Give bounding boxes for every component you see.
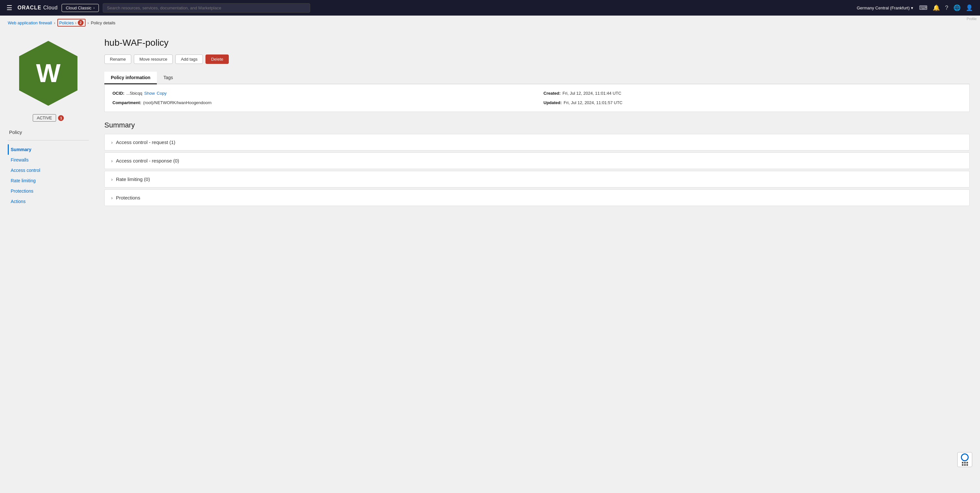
profile-button[interactable]: 👤 xyxy=(964,3,975,13)
nav-right-controls: Germany Central (Frankfurt) ▾ ⌨ 🔔 ? 🌐 👤 xyxy=(854,3,975,13)
status-active-badge: ACTIVE xyxy=(33,114,56,121)
accordion-header-protections[interactable]: › Protections xyxy=(105,190,969,206)
sidebar-item-protections[interactable]: Protections xyxy=(8,186,89,196)
code-icon-button[interactable]: ⌨ xyxy=(917,3,929,13)
search-input[interactable] xyxy=(107,5,306,10)
accordion-access-control-response: › Access control - response (0) xyxy=(104,152,970,169)
add-tags-button[interactable]: Add tags xyxy=(175,54,203,64)
ocid-copy-link[interactable]: Copy xyxy=(157,91,167,96)
profile-label: Profile xyxy=(967,17,977,21)
accordion-title-access-control-response: Access control - response (0) xyxy=(116,158,179,163)
waf-hexagon: W xyxy=(13,38,84,109)
accordion-protections: › Protections xyxy=(104,190,970,206)
updated-value: Fri, Jul 12, 2024, 11:01:57 UTC xyxy=(563,100,622,105)
sidebar-item-actions[interactable]: Actions xyxy=(8,196,89,207)
accordion-title-protections: Protections xyxy=(116,195,140,201)
sidebar-item-access-control[interactable]: Access control xyxy=(8,165,89,176)
updated-row: Updated: Fri, Jul 12, 2024, 11:01:57 UTC xyxy=(544,100,961,105)
help-button[interactable]: ? xyxy=(943,3,950,13)
oracle-text: ORACLE xyxy=(18,5,41,11)
breadcrumb-waf-link[interactable]: Web application firewall xyxy=(8,21,52,25)
breadcrumb-sep-2: › xyxy=(88,21,89,25)
sidebar-nav: Summary Firewalls Access control Rate li… xyxy=(8,144,89,207)
breadcrumb-policies-link[interactable]: Policies xyxy=(59,21,74,25)
policies-badge: 2 xyxy=(78,20,84,26)
info-grid: OCID: ...5bicqq Show Copy Created: Fri, … xyxy=(113,91,961,105)
waf-letter: W xyxy=(36,60,60,86)
rename-button[interactable]: Rename xyxy=(104,54,131,64)
top-navigation: ☰ ORACLE Cloud Cloud Classic › Germany C… xyxy=(0,0,980,16)
accordion-header-rate-limiting[interactable]: › Rate limiting (0) xyxy=(105,171,969,187)
chevron-right-icon: › xyxy=(93,6,95,10)
policies-breadcrumb-box[interactable]: Policies › 2 xyxy=(57,19,86,27)
sidebar-item-firewalls[interactable]: Firewalls xyxy=(8,155,89,165)
search-bar[interactable] xyxy=(103,3,310,13)
compartment-label: Compartment: xyxy=(113,100,141,105)
sidebar-item-summary[interactable]: Summary xyxy=(8,144,89,155)
summary-section-title: Summary xyxy=(104,121,970,129)
delete-button[interactable]: Delete xyxy=(205,54,229,64)
status-badge-number: 1 xyxy=(58,115,64,121)
accordion-header-access-control-response[interactable]: › Access control - response (0) xyxy=(105,153,969,169)
ocid-row: OCID: ...5bicqq Show Copy xyxy=(113,91,530,96)
page-title: hub-WAF-policy xyxy=(104,38,970,48)
tabs-row: Policy information Tags xyxy=(104,72,970,85)
ocid-label: OCID: xyxy=(113,91,124,96)
cloud-text: Cloud xyxy=(43,5,58,11)
main-layout: W ACTIVE 1 Policy Summary Firewalls Acce… xyxy=(0,30,980,493)
oracle-logo: ORACLE Cloud xyxy=(18,5,58,11)
right-content: hub-WAF-policy Rename Move resource Add … xyxy=(94,30,980,493)
compartment-value: (root)/NETWORK/IwanHoogendoorn xyxy=(143,100,212,105)
policy-info-panel: OCID: ...5bicqq Show Copy Created: Fri, … xyxy=(104,85,970,112)
compartment-row: Compartment: (root)/NETWORK/IwanHoogendo… xyxy=(113,100,530,105)
region-label: Germany Central (Frankfurt) xyxy=(857,5,910,10)
tab-tags[interactable]: Tags xyxy=(157,72,180,85)
accordion-header-access-control-request[interactable]: › Access control - request (1) xyxy=(105,134,969,150)
accordion-access-control-request: › Access control - request (1) xyxy=(104,134,970,150)
move-resource-button[interactable]: Move resource xyxy=(134,54,173,64)
globe-button[interactable]: 🌐 xyxy=(951,3,963,13)
left-panel: W ACTIVE 1 Policy Summary Firewalls Acce… xyxy=(0,30,94,493)
sidebar-item-rate-limiting[interactable]: Rate limiting xyxy=(8,176,89,186)
chevron-right-icon-3: › xyxy=(111,177,113,182)
status-badge-wrap: ACTIVE 1 xyxy=(33,114,64,121)
accordion-rate-limiting: › Rate limiting (0) xyxy=(104,171,970,187)
help-dots-icon xyxy=(962,462,968,466)
notifications-button[interactable]: 🔔 xyxy=(931,3,942,13)
created-row: Created: Fri, Jul 12, 2024, 11:01:44 UTC xyxy=(544,91,961,96)
chevron-down-icon: ▾ xyxy=(911,5,913,10)
ocid-value: ...5bicqq xyxy=(126,91,142,96)
tab-policy-information[interactable]: Policy information xyxy=(104,72,157,85)
action-bar: Rename Move resource Add tags Delete xyxy=(104,54,970,64)
created-label: Created: xyxy=(544,91,561,96)
cloud-classic-button[interactable]: Cloud Classic › xyxy=(62,4,99,12)
help-ring-icon xyxy=(961,453,969,461)
chevron-right-icon-4: › xyxy=(111,195,113,201)
sidebar-divider xyxy=(8,140,89,140)
policy-section-label: Policy xyxy=(8,129,22,135)
region-selector[interactable]: Germany Central (Frankfurt) ▾ xyxy=(854,4,916,12)
chevron-right-icon-2: › xyxy=(111,158,113,163)
breadcrumb: Web application firewall › Policies › 2 … xyxy=(0,16,980,30)
accordion-title-access-control-request: Access control - request (1) xyxy=(116,139,175,145)
ocid-show-link[interactable]: Show xyxy=(144,91,155,96)
accordion-title-rate-limiting: Rate limiting (0) xyxy=(116,176,150,182)
floating-help-widget[interactable] xyxy=(957,452,972,467)
created-value: Fri, Jul 12, 2024, 11:01:44 UTC xyxy=(563,91,621,96)
chevron-right-icon: › xyxy=(111,140,113,145)
hamburger-menu[interactable]: ☰ xyxy=(5,3,14,13)
updated-label: Updated: xyxy=(544,100,562,105)
cloud-classic-label: Cloud Classic xyxy=(66,5,91,10)
breadcrumb-current: Policy details xyxy=(91,21,115,25)
breadcrumb-sep-1: › xyxy=(54,21,55,25)
